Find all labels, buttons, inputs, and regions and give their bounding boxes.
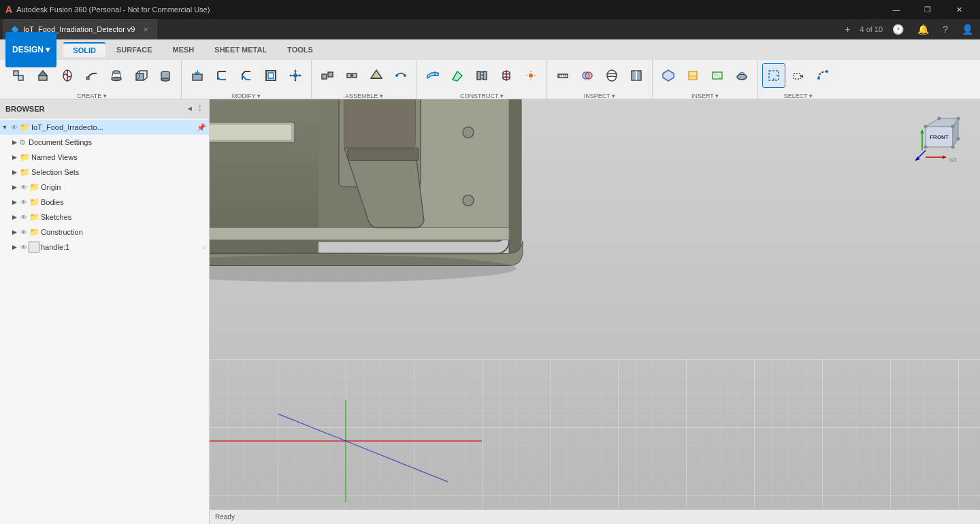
insert-label: INSERT ▾ [691,93,719,99]
measure-button[interactable] [551,63,574,88]
expand-selection-sets-arrow[interactable]: ▶ [10,167,19,177]
expand-sketches-arrow[interactable]: ▶ [10,212,19,222]
tree-construction[interactable]: ▶ 👁 📁 Construction [0,225,209,240]
select-window-button[interactable] [787,63,810,88]
shell-button[interactable] [259,63,282,88]
fillet-button[interactable] [210,63,233,88]
minimize-button[interactable]: — [881,0,912,19]
tab-close-button[interactable]: ✕ [143,26,148,33]
expand-named-views-arrow[interactable]: ▶ [10,152,19,162]
midplane-button[interactable] [470,63,493,88]
svg-rect-19 [193,74,202,80]
title-bar: A Autodesk Fusion 360 (Personal - Not fo… [0,0,980,19]
doc-settings-gear-icon: ⚙ [19,138,26,147]
insert-svg-button[interactable]: SVG [681,63,704,88]
root-pin-icon[interactable]: 📌 [197,123,206,132]
press-pull-button[interactable] [186,63,209,88]
zebra-analysis-button[interactable] [600,63,623,88]
maximize-button[interactable]: ❐ [912,0,943,19]
browser-controls[interactable]: ◂ ⋮ [188,104,203,113]
expand-handle-arrow[interactable]: ▶ [10,242,19,252]
create-label: CREATE ▾ [77,93,106,99]
expand-doc-settings-arrow[interactable]: ▶ [10,137,19,147]
attach-canvas-button[interactable] [706,63,729,88]
loft-button[interactable] [105,63,128,88]
point-button[interactable] [519,63,542,88]
add-tab-button[interactable]: + [840,22,854,36]
expand-origin-arrow[interactable]: ▶ [10,182,19,192]
new-component-button[interactable] [7,63,30,88]
handle-eye-icon[interactable]: 👁 [19,242,29,252]
svg-rect-1 [18,76,23,80]
selection-sets-folder-icon: 📁 [19,167,30,178]
tab-surface[interactable]: SURFACE [107,43,162,56]
extrude-button[interactable] [31,63,54,88]
close-button[interactable]: ✕ [943,0,975,19]
origin-label: Origin [41,183,206,191]
svg-point-7 [113,71,120,73]
section-analysis-button[interactable] [625,63,648,88]
box-button[interactable] [129,63,152,88]
offset-plane-button[interactable] [421,63,444,88]
tree-origin[interactable]: ▶ 👁 📁 Origin [0,180,209,195]
bodies-eye-icon[interactable]: 👁 [19,197,29,207]
svg-point-71 [826,70,828,73]
browser-header: BROWSER ◂ ⋮ [0,99,209,118]
svg-point-105 [938,117,941,120]
tree-bodies[interactable]: ▶ 👁 📁 Bodies [0,195,209,210]
cylinder-button[interactable] [154,63,177,88]
design-label: DESIGN ▾ [12,45,50,54]
sketches-folder-icon: 📁 [29,212,39,223]
tree-handle-1[interactable]: ▶ 👁 handle:1 ○ [0,240,209,255]
assemble-button[interactable] [340,63,363,88]
window-controls[interactable]: — ❐ ✕ [881,0,975,19]
coordinate-cube[interactable]: FRONT IST [912,113,966,167]
tree-named-views[interactable]: ▶ 📁 Named Views [0,150,209,165]
construct-group: CONSTRUCT ▾ [417,60,547,99]
user-icon[interactable]: 👤 [958,22,977,36]
tree-selection-sets[interactable]: ▶ 📁 Selection Sets [0,165,209,180]
svg-marker-112 [920,130,924,133]
decal-button[interactable] [730,63,753,88]
motion-link-button[interactable] [389,63,412,88]
selection-sets-label: Selection Sets [31,168,206,176]
expand-root-arrow[interactable]: ▼ [0,122,10,132]
notifications-icon[interactable]: 🔔 [913,22,933,36]
select-chain-button[interactable] [811,63,834,88]
tree-document-settings[interactable]: ▶ ⚙ Document Settings [0,135,209,150]
root-eye-icon[interactable]: 👁 [10,122,19,132]
browser-collapse-icon[interactable]: ◂ [188,104,192,113]
sweep-button[interactable] [80,63,103,88]
tree-sketches[interactable]: ▶ 👁 📁 Sketches [0,210,209,225]
origin-eye-icon[interactable]: 👁 [19,182,29,192]
browser-expand-icon[interactable]: ⋮ [196,104,203,113]
svg-marker-3 [39,71,47,76]
tab-tools[interactable]: TOOLS [278,43,323,56]
revolve-button[interactable] [56,63,79,88]
tab-mesh[interactable]: MESH [163,43,204,56]
move-button[interactable] [284,63,307,88]
clock-icon[interactable]: 🕐 [888,22,908,36]
select-icons [762,60,834,91]
joint-button[interactable] [316,63,339,88]
svg-text:FRONT: FRONT [930,134,949,140]
viewport[interactable]: FRONT IST Ready [210,99,980,524]
expand-construction-arrow[interactable]: ▶ [10,227,19,237]
interference-button[interactable] [576,63,599,88]
chamfer-button[interactable] [235,63,258,88]
help-icon[interactable]: ? [938,22,952,36]
tab-solid[interactable]: SOLID [63,42,105,57]
inspect-group: INSPECT ▾ [547,60,653,99]
insert-mesh-button[interactable] [657,63,680,88]
axis-through-cylinder-button[interactable] [495,63,518,88]
svg-point-8 [112,78,121,81]
tree-root-item[interactable]: ▼ 👁 📁 IoT_Food_Irradecto... 📌 [0,120,209,135]
construction-folder-icon: 📁 [29,227,39,238]
select-box-button[interactable] [762,63,785,88]
plane-at-angle-button[interactable] [446,63,469,88]
expand-bodies-arrow[interactable]: ▶ [10,197,19,207]
rigid-group-button[interactable] [365,63,388,88]
tab-sheet-metal[interactable]: SHEET METAL [205,43,276,56]
construction-eye-icon[interactable]: 👁 [19,227,29,237]
sketches-eye-icon[interactable]: 👁 [19,212,29,222]
